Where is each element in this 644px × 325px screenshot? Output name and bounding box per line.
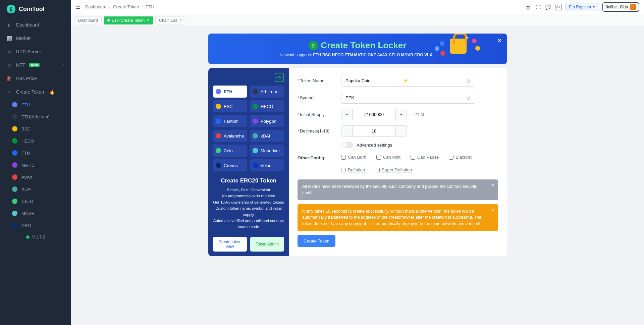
token-admin-button[interactable]: Token Admin [250, 237, 284, 252]
zap-icon: ⚡ [403, 78, 408, 83]
logo-icon: ₿ [7, 5, 15, 13]
chain-velas[interactable]: Velas [250, 159, 284, 171]
wallet-button[interactable]: 0x0be...0fda [602, 2, 639, 12]
menu-toggle-icon[interactable]: ☰ [76, 4, 80, 10]
increase-button[interactable]: + [396, 126, 407, 136]
chain-icon [216, 148, 221, 153]
chain-moonriver[interactable]: Moonriver [250, 145, 284, 157]
chain-arbitrum[interactable]: Arbitrum [250, 86, 284, 98]
checkbox-can-burn[interactable]: Can Burn [341, 155, 366, 160]
sidebar-subitem-movr[interactable]: MOVR [0, 207, 71, 219]
chain-icon [253, 104, 258, 109]
nav-icon: ◎ [7, 63, 12, 68]
chain-icon [12, 102, 17, 107]
supply-input[interactable] [352, 109, 396, 120]
emoji-picker-icon[interactable]: ☺ [466, 78, 471, 84]
banner-icon: ₿ [309, 41, 318, 50]
chain-cronos[interactable]: Cronos [213, 159, 247, 171]
chain-icon [12, 138, 17, 144]
breadcrumb-item[interactable]: ETH [146, 4, 154, 9]
sidebar-item-create-token[interactable]: ○Create Token🔥˄ [0, 85, 71, 99]
increase-button[interactable]: + [396, 109, 407, 120]
checkbox-deflation[interactable]: Deflation [341, 167, 365, 173]
coffee-icon[interactable]: ☕ [525, 4, 532, 10]
language-icon[interactable]: A文 [555, 4, 562, 10]
chevron-down-icon: ▼ [592, 5, 595, 9]
tab-eth-create-token[interactable]: ETH Create Token✕ [104, 16, 154, 24]
chain-icon [253, 118, 258, 124]
tab-chain-list[interactable]: Chain List✕ [155, 16, 185, 24]
chain-fantom[interactable]: Fantom [213, 115, 247, 127]
checkbox-super-deflation[interactable]: Super Deflation [375, 167, 412, 173]
token-name-input[interactable] [345, 78, 403, 83]
close-icon[interactable]: ✕ [147, 18, 150, 22]
close-icon[interactable]: ✕ [491, 207, 495, 213]
breadcrumb-item[interactable]: Create Token [113, 4, 139, 9]
sidebar-subitem-ftm[interactable]: FTM [0, 147, 71, 159]
decrease-button[interactable]: − [341, 109, 352, 120]
sidebar-item-dashboard[interactable]: ◧Dashboard [0, 18, 71, 32]
chain-icon [12, 126, 17, 131]
code-icon[interactable]: </> [275, 73, 284, 82]
close-icon[interactable]: ✕ [179, 18, 182, 22]
chain-heco[interactable]: HECO [250, 100, 284, 112]
version-icon [26, 235, 30, 239]
emoji-picker-icon[interactable]: ☺ [466, 95, 471, 101]
breadcrumb-item[interactable]: Dashboard [85, 4, 107, 9]
warning-alert: ✕ It only takes 10 seconds to create suc… [298, 204, 498, 231]
sidebar-subitem-etharbitrum[interactable]: ETH(Arbitrum) [0, 111, 71, 123]
chain-avalanche[interactable]: Avalanche [213, 130, 247, 142]
symbol-input[interactable] [345, 95, 466, 100]
info-alert: ✕ All tokens have been reviewed by the s… [298, 179, 498, 200]
fullscreen-icon[interactable]: ⛶ [535, 4, 542, 10]
close-icon[interactable]: ✕ [491, 182, 495, 188]
network-selector[interactable]: Eth Ropsten ▼ [565, 3, 599, 11]
config-label: Other Config: [298, 155, 341, 160]
advanced-toggle[interactable] [341, 142, 353, 148]
active-dot-icon [107, 19, 110, 21]
chain-celo[interactable]: Celo [213, 145, 247, 157]
sidebar-item-rpc-server[interactable]: ✕RPC Server˅ [0, 45, 71, 58]
nav-icon: 📊 [7, 36, 12, 41]
chain-icon [12, 114, 17, 119]
sidebar-item-market[interactable]: 📊Market [0, 32, 71, 45]
chain-icon [12, 174, 17, 180]
chain-icon [253, 89, 258, 94]
nav-icon: ○ [7, 90, 12, 95]
chevron-down-icon: ˅ [63, 77, 64, 80]
nav-icon: ⛽ [7, 76, 12, 81]
sidebar-item-gas-price[interactable]: ⛽Gas Price˅ [0, 72, 71, 85]
tab-dashboard[interactable]: Dashboard [74, 16, 102, 24]
tabs-bar: DashboardETH Create Token✕Chain List✕ [71, 14, 644, 27]
checkbox-can-pause[interactable]: Can Pause [411, 155, 439, 160]
create-token-view-button[interactable]: Create token view [213, 237, 247, 252]
sidebar-subitem-matic[interactable]: MATIC [0, 159, 71, 171]
sidebar-subitem-cro[interactable]: CRO [0, 219, 71, 231]
promo-banner[interactable]: ✕ ₿ Create Token Locker Network supports… [208, 34, 507, 64]
banner-title: ₿ Create Token Locker [309, 40, 406, 51]
sidebar-subitem-xdai[interactable]: XDAI [0, 183, 71, 195]
chain-bsc[interactable]: BSC [213, 100, 247, 112]
close-icon[interactable]: ✕ [497, 37, 502, 44]
sidebar-item-nft[interactable]: ◎NFTNEW˅ [0, 58, 71, 72]
chain-panel: </> ETHArbitrumBSCHECOFantomPolygonAvala… [208, 68, 289, 256]
lock-illustration: ✦ [450, 39, 467, 54]
logo[interactable]: ₿ CoinTool [0, 0, 71, 18]
checkbox-blacklist[interactable]: Blacklist [449, 155, 472, 160]
checkbox-can-mint[interactable]: Can Mint [376, 155, 400, 160]
decrease-button[interactable]: − [341, 126, 352, 136]
sidebar: ₿ CoinTool ◧Dashboard📊Market✕RPC Server˅… [0, 0, 71, 325]
chain-polygon[interactable]: Polygon [250, 115, 284, 127]
create-token-button[interactable]: Create Token [298, 235, 335, 247]
sidebar-subitem-bsc[interactable]: BSC [0, 123, 71, 135]
sidebar-subitem-heco[interactable]: HECO [0, 135, 71, 147]
chat-icon[interactable]: 💬 [545, 4, 552, 10]
sidebar-subitem-celo[interactable]: CELO [0, 195, 71, 207]
chain-eth[interactable]: ETH [213, 86, 247, 98]
decimals-input[interactable] [352, 126, 396, 136]
topbar: ☰ Dashboard/Create Token/ETH ☕ ⛶ 💬 A文 Et… [71, 0, 644, 14]
sidebar-subitem-avax[interactable]: AVAX [0, 171, 71, 183]
chain-xdai[interactable]: xDAI [250, 130, 284, 142]
chain-icon [216, 163, 221, 168]
sidebar-subitem-eth[interactable]: ETH [0, 99, 71, 111]
